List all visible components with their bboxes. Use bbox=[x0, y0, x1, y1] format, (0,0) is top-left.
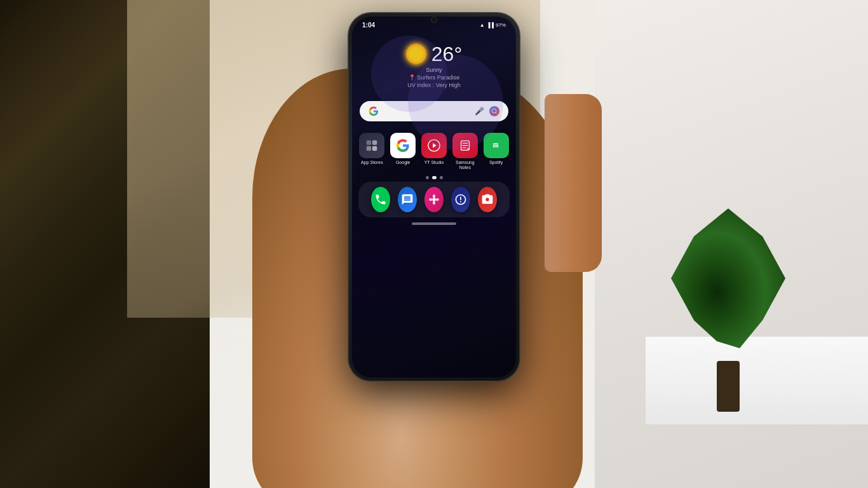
samsung-notes-label: Samsung Notes bbox=[451, 160, 478, 171]
ytstudio-label: YT Studio bbox=[424, 160, 444, 165]
google-label: Google bbox=[396, 160, 410, 165]
page-dots bbox=[352, 176, 516, 179]
status-time: 1:04 bbox=[362, 22, 375, 29]
phone-screen: 1:04 ▲ ▐▐ 97% 26° Sunny 📍 Surfers Pa bbox=[352, 17, 516, 377]
spotify-label: Spotify bbox=[489, 160, 503, 165]
google-logo bbox=[369, 106, 379, 116]
dock-camera[interactable] bbox=[478, 187, 497, 212]
appstores-label: App Stores bbox=[361, 160, 383, 165]
camera-notch bbox=[431, 17, 437, 23]
dock bbox=[358, 182, 510, 217]
home-indicator[interactable] bbox=[412, 222, 456, 225]
phone-body: 1:04 ▲ ▐▐ 97% 26° Sunny 📍 Surfers Pa bbox=[348, 13, 520, 381]
google-icon[interactable] bbox=[390, 133, 416, 158]
dock-messages[interactable] bbox=[398, 187, 417, 212]
svg-point-9 bbox=[433, 194, 435, 198]
app-item-google[interactable]: Google bbox=[390, 133, 417, 171]
plant-leaves bbox=[671, 208, 785, 348]
page-dot-3 bbox=[440, 176, 443, 179]
appstores-icon[interactable] bbox=[359, 133, 384, 158]
page-dot-1 bbox=[426, 176, 429, 179]
wifi-icon: ▲ bbox=[480, 22, 485, 28]
plant-stem bbox=[717, 361, 740, 412]
app-item-appstores[interactable]: App Stores bbox=[358, 133, 386, 171]
svg-rect-4 bbox=[372, 146, 377, 151]
svg-point-11 bbox=[429, 198, 433, 201]
svg-point-8 bbox=[433, 198, 436, 201]
dock-phone[interactable] bbox=[371, 187, 390, 212]
nav-bar bbox=[352, 219, 516, 229]
svg-point-12 bbox=[435, 198, 439, 201]
room-plant bbox=[671, 208, 785, 412]
dock-samsung-free[interactable] bbox=[451, 187, 470, 212]
svg-rect-2 bbox=[372, 140, 377, 145]
page-dot-2-active bbox=[432, 176, 437, 179]
background-right-room bbox=[595, 0, 868, 488]
fingers-right bbox=[545, 94, 602, 272]
signal-icon: ▐▐ bbox=[487, 22, 494, 28]
status-icons: ▲ ▐▐ 97% bbox=[480, 22, 506, 28]
svg-rect-1 bbox=[367, 140, 371, 145]
dock-galaxy-store[interactable] bbox=[424, 187, 444, 212]
battery-icon: 97% bbox=[496, 22, 506, 28]
svg-point-10 bbox=[433, 201, 435, 205]
svg-rect-3 bbox=[367, 146, 371, 151]
phone-wrapper: 1:04 ▲ ▐▐ 97% 26° Sunny 📍 Surfers Pa bbox=[348, 13, 520, 381]
screen-glow-left bbox=[371, 36, 447, 112]
